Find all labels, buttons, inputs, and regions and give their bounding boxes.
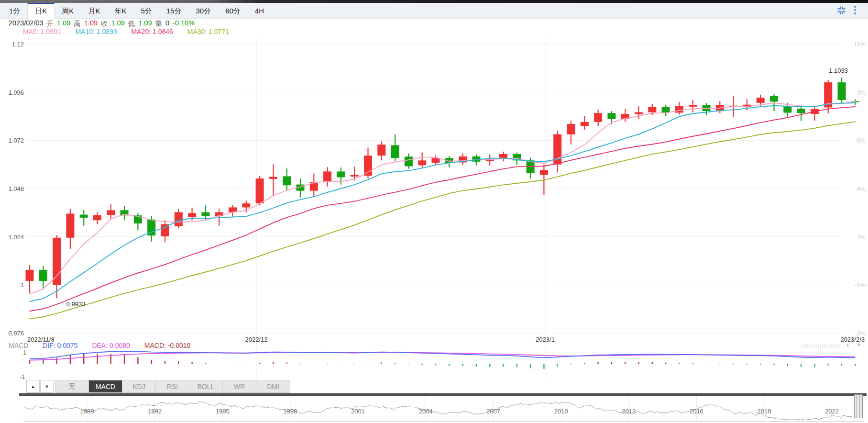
macd-value: MACD: -0.0010 xyxy=(144,342,191,349)
open-label: 开 xyxy=(47,19,54,28)
low-label: 低 xyxy=(128,19,135,28)
tab-daily-k[interactable]: 日K xyxy=(27,3,55,19)
ohlc-date: 2023/02/03 xyxy=(9,19,44,28)
tab-5min[interactable]: 5分 xyxy=(133,3,159,19)
dea-value: DEA: 0.0080 xyxy=(92,342,130,349)
volume-label: 量 xyxy=(155,19,163,28)
ma-info-bar: MA5: 1.0901 MA10: 1.0893 MA20: 1.0846 MA… xyxy=(23,28,229,35)
tab-monthly-k[interactable]: 月K xyxy=(81,3,107,19)
percent-axis-label: 2% xyxy=(857,233,866,240)
ma5-value: MA5: 1.0901 xyxy=(23,28,61,35)
indicator-tab-macd[interactable]: MACD xyxy=(89,380,122,392)
percent-axis-label: 11% xyxy=(854,41,866,48)
date-axis-label: 2023/2/3 xyxy=(840,336,865,343)
percent-axis-label: 4% xyxy=(857,185,866,192)
volume-value: 0 xyxy=(165,19,169,28)
price-axis-label: 1.12 xyxy=(12,41,24,48)
percent-axis-label: -1% xyxy=(855,281,866,289)
close-label: 收 xyxy=(101,19,108,28)
close-value: 1.09 xyxy=(111,19,125,28)
high-value: 1.09 xyxy=(84,19,98,28)
tab-1min[interactable]: 1分 xyxy=(2,3,27,19)
ma10-value: MA10: 1.0893 xyxy=(75,28,117,35)
indicator-tab-none[interactable]: 无 xyxy=(55,380,89,392)
period-tab-bar: 1分 日K 周K 月K 年K 5分 15分 30分 60分 4H xyxy=(0,3,868,19)
percent-axis-label: 9% xyxy=(857,89,866,96)
indicator-tab-bar: ▲ ▼ 无 MACD KDJ RSI BOLL WR DMI xyxy=(26,379,290,393)
indicator-tabs-group: 无 MACD KDJ RSI BOLL WR DMI xyxy=(55,380,290,393)
price-axis-label: 1 xyxy=(21,281,24,289)
macd-info-bar: MACD DIF: 0.0075 DEA: 0.0080 MACD: -0.00… xyxy=(9,342,190,349)
tab-weekly-k[interactable]: 周K xyxy=(55,3,81,19)
change-percent: -0.10% xyxy=(173,19,195,28)
open-value: 1.09 xyxy=(57,19,70,28)
price-axis-label: 1.096 xyxy=(8,89,24,96)
tab-yearly-k[interactable]: 年K xyxy=(107,3,133,19)
price-axis-label: 1.072 xyxy=(8,137,24,144)
indicator-up-button[interactable]: ▲ xyxy=(26,380,40,393)
ohlc-info-bar: 2023/02/03 开 1.09 高 1.09 收 1.09 低 1.09 量… xyxy=(9,19,195,28)
pane-collapse-down-icon[interactable]: ▼ xyxy=(857,343,861,347)
price-axis-label: 1.048 xyxy=(8,185,24,192)
date-axis-label: 2022/12 xyxy=(245,336,268,343)
high-price-annotation: 1.1033 xyxy=(829,67,848,74)
indicator-tab-rsi[interactable]: RSI xyxy=(156,380,189,392)
price-axis-label: 0.976 xyxy=(8,330,24,337)
trading-chart-app: 1分 日K 周K 月K 年K 5分 15分 30分 60分 4H xyxy=(0,0,868,423)
tab-15min[interactable]: 15分 xyxy=(159,3,189,19)
low-price-annotation: 0.9933 xyxy=(66,301,86,308)
tab-30min[interactable]: 30分 xyxy=(188,3,218,19)
collapse-icon[interactable] xyxy=(837,6,846,17)
toolbar-icons xyxy=(837,5,857,17)
macd-pane-title[interactable]: MACD xyxy=(9,342,28,349)
ma20-value: MA20: 1.0846 xyxy=(132,28,173,35)
macd-axis-bottom-label: -1 xyxy=(20,374,25,380)
dif-value: DIF: 0.0075 xyxy=(43,342,77,349)
indicator-tab-dmi[interactable]: DMI xyxy=(256,380,290,392)
kebab-menu-icon[interactable] xyxy=(854,5,857,17)
percent-axis-label: 6% xyxy=(857,137,866,144)
tab-4h[interactable]: 4H xyxy=(248,3,271,19)
low-value: 1.09 xyxy=(138,19,152,28)
indicator-tab-kdj[interactable]: KDJ xyxy=(122,380,156,392)
main-chart-canvas xyxy=(0,0,868,423)
high-label: 高 xyxy=(74,19,81,28)
price-axis-label: 1.024 xyxy=(8,233,24,240)
indicator-tab-wr[interactable]: WR xyxy=(223,380,256,392)
macd-axis-top-label: 1 xyxy=(23,349,26,356)
indicator-down-button[interactable]: ▼ xyxy=(40,380,54,393)
indicator-tab-boll[interactable]: BOLL xyxy=(189,380,223,392)
pane-collapse-up-icon[interactable]: ▲ xyxy=(846,343,850,347)
pane-resize-handle[interactable] xyxy=(800,344,841,348)
tab-60min[interactable]: 60分 xyxy=(218,3,248,19)
ma30-value: MA30: 1.0771 xyxy=(187,28,229,35)
date-axis-label: 2023/1 xyxy=(536,336,555,343)
navigator-scrollbar-handle[interactable] xyxy=(854,394,863,418)
timeline-navigator[interactable] xyxy=(23,396,865,422)
